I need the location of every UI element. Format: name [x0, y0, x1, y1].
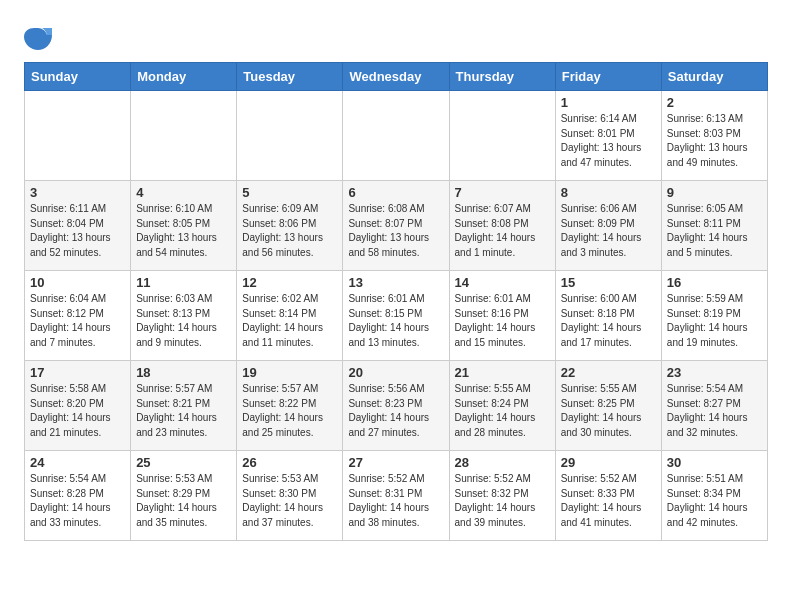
week-row-4: 17Sunrise: 5:58 AM Sunset: 8:20 PM Dayli…: [25, 361, 768, 451]
day-info: Sunrise: 6:09 AM Sunset: 8:06 PM Dayligh…: [242, 202, 337, 260]
week-row-2: 3Sunrise: 6:11 AM Sunset: 8:04 PM Daylig…: [25, 181, 768, 271]
day-info: Sunrise: 5:57 AM Sunset: 8:21 PM Dayligh…: [136, 382, 231, 440]
day-info: Sunrise: 5:52 AM Sunset: 8:32 PM Dayligh…: [455, 472, 550, 530]
day-info: Sunrise: 5:53 AM Sunset: 8:29 PM Dayligh…: [136, 472, 231, 530]
day-number: 22: [561, 365, 656, 380]
calendar-cell: 5Sunrise: 6:09 AM Sunset: 8:06 PM Daylig…: [237, 181, 343, 271]
weekday-header-saturday: Saturday: [661, 63, 767, 91]
header: [24, 20, 768, 52]
calendar-cell: 16Sunrise: 5:59 AM Sunset: 8:19 PM Dayli…: [661, 271, 767, 361]
day-info: Sunrise: 6:04 AM Sunset: 8:12 PM Dayligh…: [30, 292, 125, 350]
calendar-cell: [237, 91, 343, 181]
calendar-cell: 17Sunrise: 5:58 AM Sunset: 8:20 PM Dayli…: [25, 361, 131, 451]
day-number: 4: [136, 185, 231, 200]
weekday-header-row: SundayMondayTuesdayWednesdayThursdayFrid…: [25, 63, 768, 91]
calendar-cell: 19Sunrise: 5:57 AM Sunset: 8:22 PM Dayli…: [237, 361, 343, 451]
calendar-cell: 23Sunrise: 5:54 AM Sunset: 8:27 PM Dayli…: [661, 361, 767, 451]
day-info: Sunrise: 6:10 AM Sunset: 8:05 PM Dayligh…: [136, 202, 231, 260]
calendar-cell: 25Sunrise: 5:53 AM Sunset: 8:29 PM Dayli…: [131, 451, 237, 541]
day-number: 16: [667, 275, 762, 290]
calendar-cell: [25, 91, 131, 181]
calendar-cell: [131, 91, 237, 181]
day-number: 21: [455, 365, 550, 380]
day-number: 8: [561, 185, 656, 200]
day-info: Sunrise: 5:57 AM Sunset: 8:22 PM Dayligh…: [242, 382, 337, 440]
week-row-1: 1Sunrise: 6:14 AM Sunset: 8:01 PM Daylig…: [25, 91, 768, 181]
calendar-table: SundayMondayTuesdayWednesdayThursdayFrid…: [24, 62, 768, 541]
day-number: 28: [455, 455, 550, 470]
weekday-header-sunday: Sunday: [25, 63, 131, 91]
calendar-cell: 29Sunrise: 5:52 AM Sunset: 8:33 PM Dayli…: [555, 451, 661, 541]
day-number: 13: [348, 275, 443, 290]
calendar-cell: 11Sunrise: 6:03 AM Sunset: 8:13 PM Dayli…: [131, 271, 237, 361]
weekday-header-friday: Friday: [555, 63, 661, 91]
day-info: Sunrise: 5:55 AM Sunset: 8:25 PM Dayligh…: [561, 382, 656, 440]
week-row-5: 24Sunrise: 5:54 AM Sunset: 8:28 PM Dayli…: [25, 451, 768, 541]
day-info: Sunrise: 6:14 AM Sunset: 8:01 PM Dayligh…: [561, 112, 656, 170]
calendar-cell: 21Sunrise: 5:55 AM Sunset: 8:24 PM Dayli…: [449, 361, 555, 451]
calendar-cell: 18Sunrise: 5:57 AM Sunset: 8:21 PM Dayli…: [131, 361, 237, 451]
page-container: SundayMondayTuesdayWednesdayThursdayFrid…: [24, 20, 768, 541]
day-info: Sunrise: 6:00 AM Sunset: 8:18 PM Dayligh…: [561, 292, 656, 350]
week-row-3: 10Sunrise: 6:04 AM Sunset: 8:12 PM Dayli…: [25, 271, 768, 361]
calendar-cell: 27Sunrise: 5:52 AM Sunset: 8:31 PM Dayli…: [343, 451, 449, 541]
calendar-cell: 15Sunrise: 6:00 AM Sunset: 8:18 PM Dayli…: [555, 271, 661, 361]
weekday-header-monday: Monday: [131, 63, 237, 91]
day-number: 14: [455, 275, 550, 290]
day-info: Sunrise: 5:56 AM Sunset: 8:23 PM Dayligh…: [348, 382, 443, 440]
calendar-cell: 4Sunrise: 6:10 AM Sunset: 8:05 PM Daylig…: [131, 181, 237, 271]
calendar-cell: 1Sunrise: 6:14 AM Sunset: 8:01 PM Daylig…: [555, 91, 661, 181]
day-info: Sunrise: 6:06 AM Sunset: 8:09 PM Dayligh…: [561, 202, 656, 260]
logo-icon: [24, 24, 52, 52]
calendar-cell: 20Sunrise: 5:56 AM Sunset: 8:23 PM Dayli…: [343, 361, 449, 451]
calendar-cell: 13Sunrise: 6:01 AM Sunset: 8:15 PM Dayli…: [343, 271, 449, 361]
day-number: 5: [242, 185, 337, 200]
calendar-cell: 3Sunrise: 6:11 AM Sunset: 8:04 PM Daylig…: [25, 181, 131, 271]
day-info: Sunrise: 6:01 AM Sunset: 8:15 PM Dayligh…: [348, 292, 443, 350]
day-number: 11: [136, 275, 231, 290]
day-number: 19: [242, 365, 337, 380]
day-number: 7: [455, 185, 550, 200]
day-number: 2: [667, 95, 762, 110]
day-info: Sunrise: 5:54 AM Sunset: 8:27 PM Dayligh…: [667, 382, 762, 440]
calendar-cell: 12Sunrise: 6:02 AM Sunset: 8:14 PM Dayli…: [237, 271, 343, 361]
calendar-cell: 7Sunrise: 6:07 AM Sunset: 8:08 PM Daylig…: [449, 181, 555, 271]
day-info: Sunrise: 6:07 AM Sunset: 8:08 PM Dayligh…: [455, 202, 550, 260]
day-info: Sunrise: 5:55 AM Sunset: 8:24 PM Dayligh…: [455, 382, 550, 440]
day-info: Sunrise: 6:11 AM Sunset: 8:04 PM Dayligh…: [30, 202, 125, 260]
day-info: Sunrise: 5:58 AM Sunset: 8:20 PM Dayligh…: [30, 382, 125, 440]
day-number: 10: [30, 275, 125, 290]
day-info: Sunrise: 5:53 AM Sunset: 8:30 PM Dayligh…: [242, 472, 337, 530]
calendar-cell: 14Sunrise: 6:01 AM Sunset: 8:16 PM Dayli…: [449, 271, 555, 361]
day-info: Sunrise: 6:01 AM Sunset: 8:16 PM Dayligh…: [455, 292, 550, 350]
calendar-cell: 28Sunrise: 5:52 AM Sunset: 8:32 PM Dayli…: [449, 451, 555, 541]
calendar-cell: 26Sunrise: 5:53 AM Sunset: 8:30 PM Dayli…: [237, 451, 343, 541]
calendar-cell: [343, 91, 449, 181]
day-number: 20: [348, 365, 443, 380]
calendar-cell: 2Sunrise: 6:13 AM Sunset: 8:03 PM Daylig…: [661, 91, 767, 181]
calendar-cell: 22Sunrise: 5:55 AM Sunset: 8:25 PM Dayli…: [555, 361, 661, 451]
weekday-header-wednesday: Wednesday: [343, 63, 449, 91]
day-number: 30: [667, 455, 762, 470]
calendar-cell: [449, 91, 555, 181]
day-number: 1: [561, 95, 656, 110]
day-number: 3: [30, 185, 125, 200]
day-info: Sunrise: 5:54 AM Sunset: 8:28 PM Dayligh…: [30, 472, 125, 530]
day-number: 15: [561, 275, 656, 290]
day-number: 26: [242, 455, 337, 470]
day-number: 9: [667, 185, 762, 200]
day-info: Sunrise: 5:51 AM Sunset: 8:34 PM Dayligh…: [667, 472, 762, 530]
calendar-cell: 9Sunrise: 6:05 AM Sunset: 8:11 PM Daylig…: [661, 181, 767, 271]
calendar-cell: 10Sunrise: 6:04 AM Sunset: 8:12 PM Dayli…: [25, 271, 131, 361]
day-info: Sunrise: 6:05 AM Sunset: 8:11 PM Dayligh…: [667, 202, 762, 260]
day-number: 24: [30, 455, 125, 470]
logo[interactable]: [24, 24, 54, 52]
day-info: Sunrise: 6:13 AM Sunset: 8:03 PM Dayligh…: [667, 112, 762, 170]
calendar-cell: 8Sunrise: 6:06 AM Sunset: 8:09 PM Daylig…: [555, 181, 661, 271]
day-info: Sunrise: 6:03 AM Sunset: 8:13 PM Dayligh…: [136, 292, 231, 350]
day-info: Sunrise: 5:52 AM Sunset: 8:33 PM Dayligh…: [561, 472, 656, 530]
day-info: Sunrise: 5:52 AM Sunset: 8:31 PM Dayligh…: [348, 472, 443, 530]
day-number: 23: [667, 365, 762, 380]
day-number: 17: [30, 365, 125, 380]
day-number: 6: [348, 185, 443, 200]
